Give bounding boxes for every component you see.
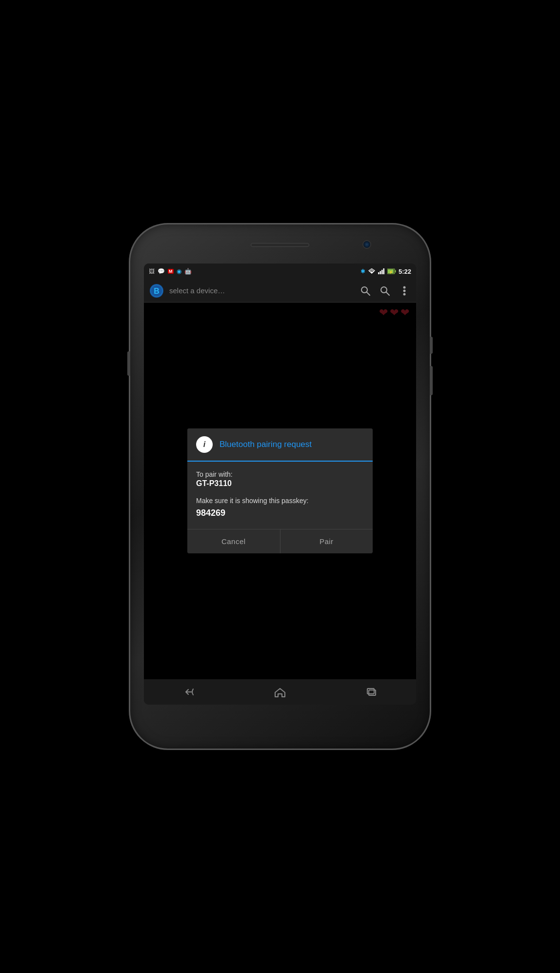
dialog-header: i Bluetooth pairing request <box>187 428 373 462</box>
svg-rect-2 <box>381 270 383 274</box>
info-icon: i <box>196 436 213 453</box>
back-button[interactable] <box>177 683 201 701</box>
time-display: 5:22 <box>399 268 411 275</box>
dialog-title: Bluetooth pairing request <box>220 440 312 449</box>
svg-point-16 <box>403 289 406 292</box>
status-bar: 🖼 💬 M ◉ 🤖 ✱ <box>144 264 416 279</box>
recent-apps-button[interactable] <box>359 683 383 701</box>
svg-line-14 <box>386 292 389 295</box>
home-button[interactable] <box>268 683 292 701</box>
device-name: GT-P3110 <box>196 479 364 488</box>
to-pair-label: To pair with: <box>196 470 364 478</box>
svg-point-17 <box>403 293 406 295</box>
svg-text:⚡: ⚡ <box>388 270 393 274</box>
speaker <box>251 243 309 247</box>
circle-notif-icon: ◉ <box>177 268 181 275</box>
dialog-buttons: Cancel Pair <box>187 529 373 553</box>
camera <box>362 240 371 249</box>
volume-button[interactable] <box>127 351 130 376</box>
app-bar-actions <box>358 283 412 299</box>
passkey-value: 984269 <box>196 508 364 518</box>
svg-point-11 <box>361 287 367 293</box>
svg-point-13 <box>381 287 387 293</box>
nav-bar <box>144 679 416 705</box>
pair-button[interactable]: Pair <box>280 529 373 553</box>
svg-rect-5 <box>395 270 396 273</box>
signal-status-icon <box>378 268 385 274</box>
dialog-body: To pair with: GT-P3110 Make sure it is s… <box>187 462 373 529</box>
cancel-button[interactable]: Cancel <box>187 529 280 553</box>
status-indicators: ✱ <box>360 268 411 275</box>
power-button[interactable] <box>430 337 433 354</box>
svg-rect-1 <box>380 271 381 275</box>
passkey-hint: Make sure it is showing this passkey: <box>196 496 364 506</box>
svg-rect-0 <box>378 272 380 274</box>
phone-device: 🖼 💬 M ◉ 🤖 ✱ <box>129 223 431 750</box>
svg-line-12 <box>367 292 370 295</box>
phone-screen: 🖼 💬 M ◉ 🤖 ✱ <box>144 264 416 705</box>
app-logo: B <box>148 282 165 300</box>
screen-content: ❤ ❤ ❤ i Bluetooth pairing request <box>144 303 416 679</box>
bluetooth-status-icon: ✱ <box>360 268 365 275</box>
android-notif-icon: 🤖 <box>184 268 192 275</box>
bluetooth-pairing-dialog: i Bluetooth pairing request To pair with… <box>187 428 373 553</box>
svg-point-15 <box>403 286 406 288</box>
status-notifications: 🖼 💬 M ◉ 🤖 <box>149 268 192 275</box>
message-notif-icon: 💬 <box>158 268 165 275</box>
app-bar-title: select a device… <box>169 286 354 295</box>
dialog-overlay: i Bluetooth pairing request To pair with… <box>144 303 416 679</box>
volume-button-right[interactable] <box>430 366 433 395</box>
image-notif-icon: 🖼 <box>149 268 155 275</box>
app-bar: B select a device… <box>144 279 416 303</box>
svg-rect-3 <box>383 268 384 274</box>
search2-icon[interactable] <box>377 283 393 299</box>
search-icon[interactable] <box>358 283 373 299</box>
wifi-status-icon <box>368 268 376 274</box>
battery-status-icon: ⚡ <box>387 268 396 274</box>
svg-text:B: B <box>154 287 160 295</box>
more-options-icon[interactable] <box>397 283 412 299</box>
gmail-notif-icon: M <box>168 269 174 274</box>
